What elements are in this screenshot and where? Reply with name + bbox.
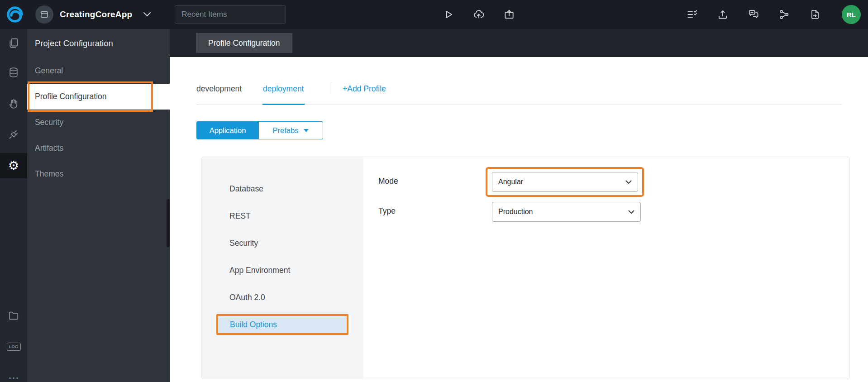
- tab-deployment[interactable]: deployment: [263, 84, 304, 94]
- config-section-nav: Database REST Security App Environment O…: [201, 157, 363, 379]
- more-options-icon[interactable]: ⋯: [0, 365, 27, 382]
- log-icon[interactable]: LOG: [0, 334, 27, 359]
- top-bar: CreatingCoreApp: [0, 0, 868, 29]
- application-prefabs-toggle: Application Prefabs: [196, 121, 323, 139]
- application-toggle-button[interactable]: Application: [196, 121, 259, 139]
- caret-down-icon: [304, 129, 309, 132]
- mode-select[interactable]: Angular: [492, 172, 638, 192]
- file-export-icon[interactable]: [809, 9, 821, 20]
- nav-item-security[interactable]: Security: [201, 229, 363, 257]
- wavemaker-logo-icon: [5, 5, 24, 24]
- sidebar-item-profile-configuration[interactable]: Profile Configuration: [27, 84, 170, 110]
- cloud-upload-icon[interactable]: [473, 9, 485, 20]
- project-app-icon[interactable]: [35, 5, 53, 24]
- left-icon-rail: ⚙ LOG ⋯: [0, 29, 27, 382]
- prefabs-label: Prefabs: [273, 126, 299, 135]
- database-icon[interactable]: [0, 60, 27, 85]
- tab-development[interactable]: development: [196, 84, 242, 94]
- active-tab-underline: [262, 104, 305, 105]
- project-chevron-down-icon[interactable]: [143, 12, 151, 17]
- recent-items-input[interactable]: [175, 5, 286, 24]
- mode-select-value: Angular: [498, 178, 523, 186]
- type-select[interactable]: Production: [492, 202, 641, 222]
- folder-icon[interactable]: [0, 303, 27, 328]
- project-configuration-sidebar: Project Configuration General Profile Co…: [27, 29, 170, 382]
- nav-item-build-options[interactable]: Build Options: [216, 314, 348, 335]
- mode-label: Mode: [378, 177, 398, 186]
- sidebar-scrollbar[interactable]: [167, 199, 170, 247]
- project-title: CreatingCoreApp: [60, 10, 132, 19]
- branch-share-icon[interactable]: [778, 9, 790, 20]
- sidebar-item-general[interactable]: General: [27, 58, 170, 84]
- gear-glyph: ⚙: [8, 160, 19, 172]
- build-options-label: Build Options: [230, 320, 277, 329]
- tab-separator: [331, 82, 331, 94]
- type-select-value: Production: [498, 208, 533, 216]
- hand-icon[interactable]: [0, 91, 27, 116]
- plug-icon[interactable]: [0, 122, 27, 147]
- build-options-card: Database REST Security App Environment O…: [201, 157, 850, 379]
- run-icon[interactable]: [443, 9, 454, 20]
- type-label: Type: [378, 206, 396, 216]
- nav-item-database[interactable]: Database: [201, 175, 363, 202]
- add-profile-button[interactable]: +Add Profile: [343, 84, 386, 94]
- nav-item-oauth[interactable]: OAuth 2.0: [201, 284, 363, 311]
- export-icon[interactable]: [717, 9, 729, 20]
- prefabs-toggle-button[interactable]: Prefabs: [259, 121, 323, 139]
- run-toolbar: [443, 0, 515, 29]
- sidebar-item-themes[interactable]: Themes: [27, 161, 170, 187]
- translate-chat-icon[interactable]: [748, 9, 759, 20]
- sidebar-title: Project Configuration: [27, 29, 170, 58]
- settings-gear-icon[interactable]: ⚙: [0, 153, 27, 178]
- main-content: Profile Configuration development deploy…: [170, 29, 868, 382]
- sidebar-item-label: Profile Configuration: [35, 92, 107, 101]
- utility-toolbar: RL: [686, 0, 861, 29]
- user-avatar[interactable]: RL: [842, 5, 861, 24]
- chevron-down-icon: [628, 210, 634, 214]
- pages-icon[interactable]: [0, 30, 27, 56]
- preview-window-icon[interactable]: [503, 9, 515, 20]
- chevron-down-icon: [625, 180, 632, 184]
- markup-list-icon[interactable]: [686, 9, 698, 20]
- editor-tab-bar: Profile Configuration: [170, 29, 868, 57]
- nav-item-app-environment[interactable]: App Environment: [201, 257, 363, 284]
- profile-configuration-page: development deployment +Add Profile Appl…: [170, 57, 868, 382]
- sidebar-item-artifacts[interactable]: Artifacts: [27, 135, 170, 161]
- log-label: LOG: [7, 343, 21, 351]
- sidebar-item-security[interactable]: Security: [27, 110, 170, 135]
- nav-item-rest[interactable]: REST: [201, 202, 363, 229]
- tab-profile-configuration[interactable]: Profile Configuration: [196, 33, 292, 53]
